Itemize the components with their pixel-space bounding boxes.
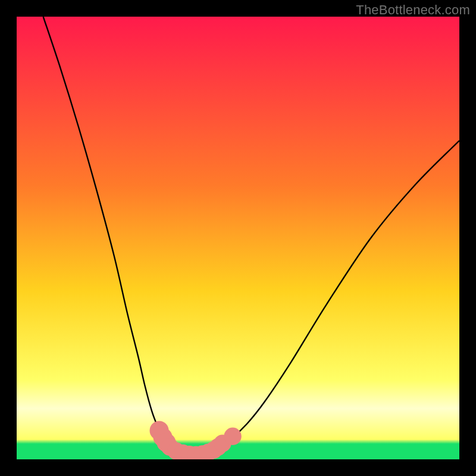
plot-area	[17, 17, 459, 459]
chart-svg	[17, 17, 459, 459]
gradient-background	[17, 17, 459, 459]
data-marker	[224, 428, 241, 445]
watermark-text: TheBottleneck.com	[356, 2, 470, 18]
chart-frame: TheBottleneck.com	[0, 0, 476, 476]
